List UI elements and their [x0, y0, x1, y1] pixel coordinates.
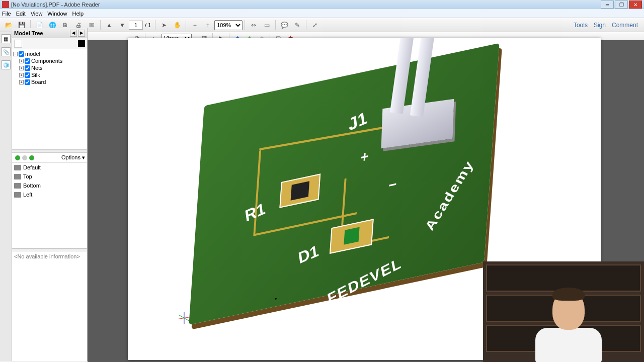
- tree-checkbox[interactable]: [25, 58, 30, 64]
- menu-window[interactable]: Window: [47, 11, 67, 17]
- email-icon[interactable]: ✉: [86, 20, 97, 31]
- view-default[interactable]: Default: [12, 163, 87, 172]
- tree-checkbox[interactable]: [25, 72, 30, 78]
- view-left[interactable]: Left: [12, 190, 87, 199]
- comment-tab[interactable]: Comment: [612, 22, 638, 29]
- tree-checkbox[interactable]: [25, 65, 30, 71]
- minimize-button[interactable]: ━: [601, 1, 614, 9]
- color-swatch[interactable]: [78, 40, 85, 47]
- zoom-select[interactable]: 109%: [214, 20, 243, 30]
- expand-icon[interactable]: +: [19, 73, 24, 77]
- model-tree: − model + Components + Nets + Silk + Boa…: [12, 49, 87, 150]
- tree-checkbox[interactable]: [19, 51, 24, 57]
- panel-close-icon[interactable]: ▶: [78, 30, 85, 37]
- panel-collapse-icon[interactable]: ◀: [70, 30, 77, 37]
- expand-icon[interactable]: +: [19, 59, 24, 63]
- maximize-button[interactable]: ❐: [615, 1, 628, 9]
- zoom-out-icon[interactable]: −: [189, 20, 200, 31]
- panel-title: Model Tree: [14, 30, 43, 36]
- view-bottom[interactable]: Bottom: [12, 181, 87, 190]
- record-view-icon[interactable]: [15, 155, 20, 160]
- tools-tab[interactable]: Tools: [574, 22, 588, 29]
- page-up-icon[interactable]: ▲: [104, 20, 115, 31]
- minus-mark: −: [388, 176, 397, 195]
- tree-menu-icon[interactable]: [14, 40, 22, 48]
- panel-toolbar: [12, 38, 87, 49]
- select-tool-icon[interactable]: ➤: [158, 20, 170, 31]
- plus-mark: +: [360, 148, 369, 166]
- app-icon: [2, 1, 9, 8]
- fit-page-icon[interactable]: ▭: [261, 20, 272, 31]
- step-view-icon[interactable]: [22, 155, 27, 160]
- menu-file[interactable]: File: [2, 11, 11, 17]
- comment-tool-icon[interactable]: 💬: [279, 20, 290, 31]
- fit-width-icon[interactable]: ⇔: [248, 20, 259, 31]
- attachments-icon[interactable]: 📎: [2, 47, 11, 56]
- expand-icon[interactable]: +: [19, 66, 24, 70]
- main-toolbar: 📂 💾 📄 🌐 🗎 🖨 ✉ ▲ ▼ / 1 ➤ ✋ − + 109% ⇔ ▭ 💬…: [0, 18, 644, 32]
- menu-view[interactable]: View: [31, 11, 43, 17]
- info-text: <No available information>: [14, 253, 80, 259]
- title-bar: [No Variations].PDF - Adobe Reader ━ ❐ ✕: [0, 0, 644, 9]
- view-thumb-icon: [14, 165, 21, 170]
- expand-icon[interactable]: +: [19, 80, 24, 84]
- close-button[interactable]: ✕: [629, 1, 642, 9]
- sign-tab[interactable]: Sign: [594, 22, 606, 29]
- model-tree-panel: Model Tree ◀ ▶ − model + Components + Ne…: [12, 28, 88, 361]
- menu-bar: File Edit View Window Help: [0, 9, 644, 18]
- view-thumb-icon: [14, 183, 21, 189]
- webcam-overlay: [483, 261, 644, 362]
- read-mode-icon[interactable]: ⤢: [309, 20, 320, 31]
- play-view-icon[interactable]: [29, 155, 34, 160]
- menu-edit[interactable]: Edit: [16, 11, 26, 17]
- connector-j1: [364, 38, 465, 149]
- view-thumb-icon: [14, 192, 21, 198]
- view-top[interactable]: Top: [12, 172, 87, 181]
- options-menu[interactable]: Options ▾: [61, 154, 85, 161]
- model-tree-icon[interactable]: 🧊: [2, 60, 11, 69]
- menu-help[interactable]: Help: [72, 11, 84, 17]
- nav-strip: ▦ 📎 🧊: [0, 32, 12, 361]
- page-number-input[interactable]: [129, 21, 143, 30]
- presenter: [528, 282, 609, 362]
- view-thumb-icon: [14, 174, 21, 179]
- thumbnails-icon[interactable]: ▦: [2, 34, 11, 43]
- cursor-icon: ▫: [275, 295, 278, 298]
- expand-icon[interactable]: −: [13, 52, 18, 56]
- zoom-in-icon[interactable]: +: [202, 20, 213, 31]
- page-down-icon[interactable]: ▼: [117, 20, 128, 31]
- window-controls: ━ ❐ ✕: [600, 1, 642, 9]
- axis-gizmo: [168, 303, 198, 328]
- panel-header: Model Tree ◀ ▶: [12, 28, 87, 38]
- tree-node-silk[interactable]: + Silk: [13, 71, 86, 78]
- tree-root[interactable]: − model: [13, 50, 86, 57]
- hand-tool-icon[interactable]: ✋: [172, 20, 183, 31]
- window-title: [No Variations].PDF - Adobe Reader: [11, 2, 600, 8]
- tree-checkbox[interactable]: [25, 79, 30, 85]
- highlight-icon[interactable]: ✎: [292, 20, 303, 31]
- tree-node-board[interactable]: + Board: [13, 78, 86, 85]
- tree-node-components[interactable]: + Components: [13, 57, 86, 64]
- tree-node-nets[interactable]: + Nets: [13, 64, 86, 71]
- views-section: Options ▾ Default Top Bottom Left: [12, 153, 87, 248]
- page-total-label: / 1: [145, 22, 151, 28]
- info-section: <No available information>: [12, 251, 87, 361]
